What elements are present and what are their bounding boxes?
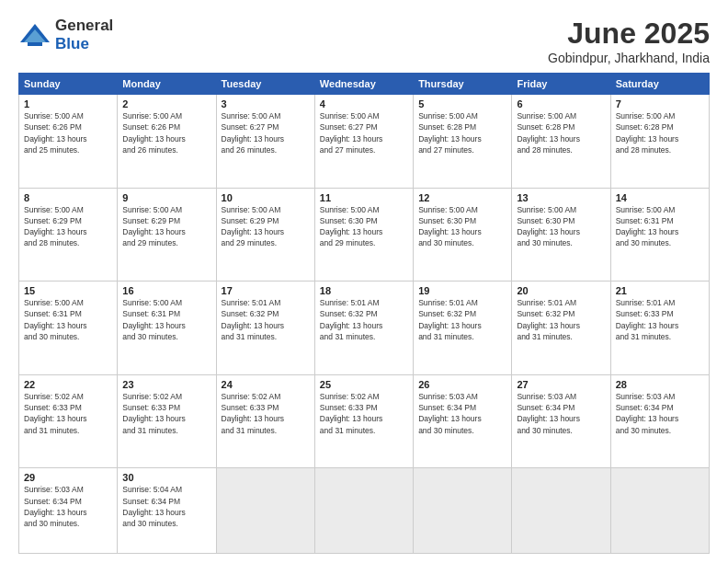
day-number: 4 (320, 98, 408, 109)
day-18: 18 Sunrise: 5:01 AMSunset: 6:32 PMDaylig… (314, 282, 413, 375)
day-number: 25 (320, 379, 408, 390)
day-number: 17 (222, 285, 310, 296)
day-number: 26 (418, 379, 506, 390)
calendar-table: Sunday Monday Tuesday Wednesday Thursday… (18, 73, 710, 554)
day-4: 4 Sunrise: 5:00 AMSunset: 6:27 PMDayligh… (314, 95, 413, 189)
day-info: Sunrise: 5:00 AMSunset: 6:31 PMDaylight:… (122, 298, 186, 341)
day-info: Sunrise: 5:00 AMSunset: 6:31 PMDaylight:… (24, 298, 87, 341)
day-24: 24 Sunrise: 5:02 AMSunset: 6:33 PMDaylig… (216, 374, 314, 468)
logo: General Blue (18, 17, 113, 53)
logo-blue: Blue (55, 35, 89, 52)
day-info: Sunrise: 5:00 AMSunset: 6:28 PMDaylight:… (616, 111, 679, 155)
day-info: Sunrise: 5:00 AMSunset: 6:27 PMDaylight:… (222, 111, 285, 155)
day-1: 1 Sunrise: 5:00 AMSunset: 6:26 PMDayligh… (19, 95, 118, 189)
day-info: Sunrise: 5:00 AMSunset: 6:31 PMDaylight:… (616, 205, 679, 248)
logo-icon (18, 22, 51, 48)
day-number: 27 (517, 379, 605, 390)
day-number: 28 (616, 379, 704, 390)
day-number: 8 (24, 192, 112, 203)
day-info: Sunrise: 5:01 AMSunset: 6:33 PMDaylight:… (616, 298, 679, 341)
day-number: 18 (320, 285, 408, 296)
location: Gobindpur, Jharkhand, India (548, 51, 710, 65)
day-number: 11 (320, 192, 408, 203)
empty-cell (610, 468, 709, 554)
empty-cell (512, 468, 610, 554)
weekday-header-row: Sunday Monday Tuesday Wednesday Thursday… (19, 74, 710, 95)
col-sunday: Sunday (19, 74, 118, 95)
day-number: 30 (122, 472, 210, 483)
day-info: Sunrise: 5:00 AMSunset: 6:30 PMDaylight:… (418, 205, 482, 248)
day-number: 6 (517, 98, 605, 109)
day-info: Sunrise: 5:00 AMSunset: 6:26 PMDaylight:… (122, 111, 186, 155)
day-number: 24 (222, 379, 310, 390)
page: General Blue June 2025 Gobindpur, Jharkh… (0, 0, 728, 563)
col-thursday: Thursday (414, 74, 512, 95)
day-info: Sunrise: 5:00 AMSunset: 6:29 PMDaylight:… (122, 205, 186, 248)
day-number: 14 (616, 192, 704, 203)
day-8: 8 Sunrise: 5:00 AMSunset: 6:29 PMDayligh… (19, 188, 118, 282)
day-number: 13 (517, 192, 605, 203)
day-number: 9 (122, 192, 210, 203)
day-info: Sunrise: 5:03 AMSunset: 6:34 PMDaylight:… (517, 392, 580, 435)
col-friday: Friday (512, 74, 610, 95)
day-info: Sunrise: 5:00 AMSunset: 6:29 PMDaylight:… (24, 205, 87, 248)
table-row: 8 Sunrise: 5:00 AMSunset: 6:29 PMDayligh… (19, 188, 710, 282)
day-info: Sunrise: 5:03 AMSunset: 6:34 PMDaylight:… (616, 392, 679, 435)
day-28: 28 Sunrise: 5:03 AMSunset: 6:34 PMDaylig… (610, 374, 709, 468)
day-info: Sunrise: 5:00 AMSunset: 6:28 PMDaylight:… (418, 111, 482, 155)
day-21: 21 Sunrise: 5:01 AMSunset: 6:33 PMDaylig… (610, 282, 709, 375)
empty-cell (414, 468, 512, 554)
day-14: 14 Sunrise: 5:00 AMSunset: 6:31 PMDaylig… (610, 188, 709, 282)
day-number: 22 (24, 379, 112, 390)
day-info: Sunrise: 5:00 AMSunset: 6:28 PMDaylight:… (517, 111, 580, 155)
empty-cell (314, 468, 413, 554)
day-info: Sunrise: 5:04 AMSunset: 6:34 PMDaylight:… (122, 485, 186, 528)
header: General Blue June 2025 Gobindpur, Jharkh… (18, 17, 710, 65)
table-row: 29 Sunrise: 5:03 AMSunset: 6:34 PMDaylig… (19, 468, 710, 554)
svg-rect-2 (28, 42, 42, 46)
day-number: 12 (418, 192, 506, 203)
day-23: 23 Sunrise: 5:02 AMSunset: 6:33 PMDaylig… (118, 374, 216, 468)
day-7: 7 Sunrise: 5:00 AMSunset: 6:28 PMDayligh… (610, 95, 709, 189)
day-number: 23 (122, 379, 210, 390)
empty-cell (216, 468, 314, 554)
day-number: 10 (222, 192, 310, 203)
day-number: 7 (616, 98, 704, 109)
day-number: 15 (24, 285, 112, 296)
day-number: 29 (24, 472, 112, 483)
day-info: Sunrise: 5:01 AMSunset: 6:32 PMDaylight:… (418, 298, 482, 341)
month-title: June 2025 (548, 17, 710, 51)
title-block: June 2025 Gobindpur, Jharkhand, India (548, 17, 710, 65)
day-22: 22 Sunrise: 5:02 AMSunset: 6:33 PMDaylig… (19, 374, 118, 468)
day-info: Sunrise: 5:00 AMSunset: 6:30 PMDaylight:… (320, 205, 383, 248)
day-17: 17 Sunrise: 5:01 AMSunset: 6:32 PMDaylig… (216, 282, 314, 375)
logo-general: General (55, 17, 113, 35)
day-number: 2 (122, 98, 210, 109)
day-6: 6 Sunrise: 5:00 AMSunset: 6:28 PMDayligh… (512, 95, 610, 189)
day-info: Sunrise: 5:02 AMSunset: 6:33 PMDaylight:… (222, 392, 285, 435)
day-2: 2 Sunrise: 5:00 AMSunset: 6:26 PMDayligh… (118, 95, 216, 189)
day-info: Sunrise: 5:03 AMSunset: 6:34 PMDaylight:… (418, 392, 482, 435)
day-info: Sunrise: 5:02 AMSunset: 6:33 PMDaylight:… (320, 392, 383, 435)
day-number: 20 (517, 285, 605, 296)
col-saturday: Saturday (610, 74, 709, 95)
table-row: 1 Sunrise: 5:00 AMSunset: 6:26 PMDayligh… (19, 95, 710, 189)
day-info: Sunrise: 5:00 AMSunset: 6:27 PMDaylight:… (320, 111, 383, 155)
day-30: 30 Sunrise: 5:04 AMSunset: 6:34 PMDaylig… (118, 468, 216, 554)
day-info: Sunrise: 5:00 AMSunset: 6:29 PMDaylight:… (222, 205, 285, 248)
day-27: 27 Sunrise: 5:03 AMSunset: 6:34 PMDaylig… (512, 374, 610, 468)
day-9: 9 Sunrise: 5:00 AMSunset: 6:29 PMDayligh… (118, 188, 216, 282)
day-16: 16 Sunrise: 5:00 AMSunset: 6:31 PMDaylig… (118, 282, 216, 375)
day-number: 19 (418, 285, 506, 296)
day-5: 5 Sunrise: 5:00 AMSunset: 6:28 PMDayligh… (414, 95, 512, 189)
col-tuesday: Tuesday (216, 74, 314, 95)
day-info: Sunrise: 5:01 AMSunset: 6:32 PMDaylight:… (222, 298, 285, 341)
day-info: Sunrise: 5:00 AMSunset: 6:30 PMDaylight:… (517, 205, 580, 248)
day-13: 13 Sunrise: 5:00 AMSunset: 6:30 PMDaylig… (512, 188, 610, 282)
day-26: 26 Sunrise: 5:03 AMSunset: 6:34 PMDaylig… (414, 374, 512, 468)
day-info: Sunrise: 5:02 AMSunset: 6:33 PMDaylight:… (24, 392, 87, 435)
day-number: 3 (222, 98, 310, 109)
day-info: Sunrise: 5:02 AMSunset: 6:33 PMDaylight:… (122, 392, 186, 435)
day-number: 21 (616, 285, 704, 296)
day-3: 3 Sunrise: 5:00 AMSunset: 6:27 PMDayligh… (216, 95, 314, 189)
